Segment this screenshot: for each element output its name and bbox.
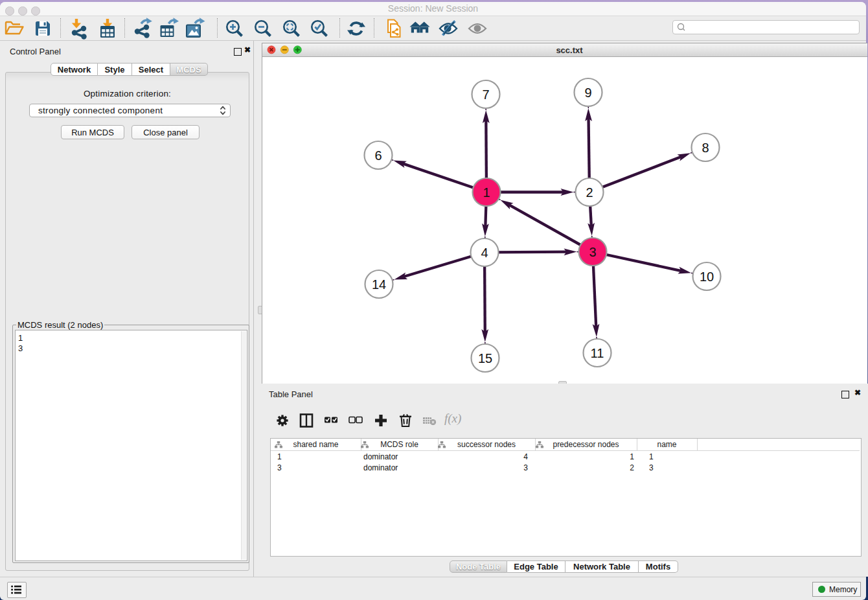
svg-text:1: 1 (483, 185, 490, 200)
svg-text:2: 2 (586, 185, 593, 200)
svg-text:14: 14 (372, 277, 386, 292)
svg-text:15: 15 (478, 351, 492, 365)
svg-text:11: 11 (591, 346, 604, 360)
svg-text:3: 3 (589, 245, 596, 259)
svg-text:9: 9 (584, 86, 591, 100)
svg-text:10: 10 (700, 270, 714, 284)
svg-text:8: 8 (702, 141, 709, 155)
svg-text:6: 6 (374, 148, 382, 163)
svg-text:4: 4 (481, 246, 488, 260)
svg-text:7: 7 (482, 87, 489, 102)
